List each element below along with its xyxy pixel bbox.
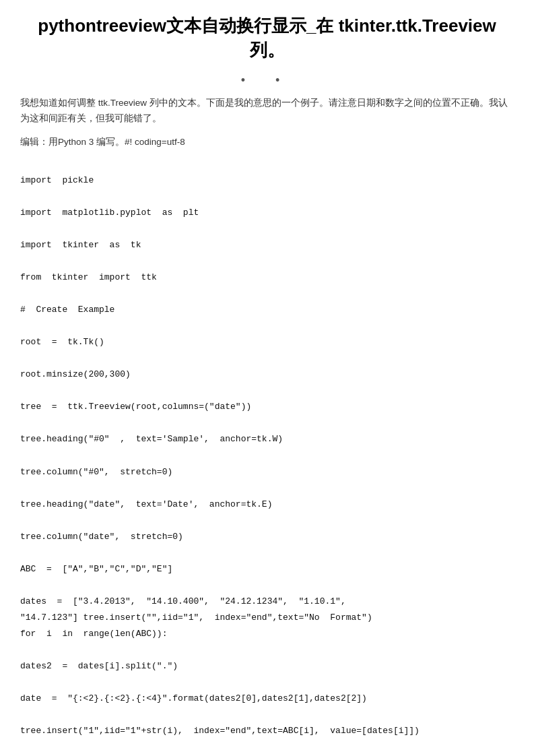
code-line: tree.insert("1",iid="1"+str(i), index="e… [20, 723, 514, 739]
code-line [20, 545, 514, 561]
code-line [20, 480, 514, 497]
code-line: root = tk.Tk() [20, 334, 514, 350]
code-line: for i in range(len(ABC)): [20, 626, 514, 642]
code-line: from tkinter import ttk [20, 270, 514, 286]
code-line [20, 415, 514, 431]
code-line: tree.heading("#0" , text='Sample', ancho… [20, 431, 514, 447]
code-line [20, 448, 514, 464]
code-line [20, 221, 514, 237]
editor-label: 编辑：用Python 3 编写。#! coding=utf-8 [20, 136, 514, 148]
code-line: ABC = ["A","B","C","D","E"] [20, 561, 514, 577]
code-line [20, 642, 514, 658]
code-line [20, 707, 514, 723]
code-line [20, 286, 514, 302]
code-line: import pickle [20, 172, 514, 189]
code-line [20, 739, 514, 755]
code-line: tree.column("date", stretch=0) [20, 529, 514, 545]
intro-paragraph: 我想知道如何调整 ttk.Treeview 列中的文本。下面是我的意思的一个例子… [20, 96, 514, 127]
code-line: dates = ["3.4.2013", "14.10.400", "24.12… [20, 594, 514, 610]
dots-decoration: • • [20, 73, 514, 88]
code-line: import tkinter as tk [20, 237, 514, 253]
code-line [20, 156, 514, 172]
code-line: dates2 = dates[i].split(".") [20, 658, 514, 674]
code-line [20, 577, 514, 594]
code-block: import pickleimport matplotlib.pyplot as… [20, 156, 514, 756]
code-line: date = "{:<2}.{:<2}.{:<4}".format(dates2… [20, 691, 514, 707]
code-line [20, 513, 514, 529]
code-line [20, 253, 514, 270]
page-title: pythontreeview文本自动换行显示_在 tkinter.ttk.Tre… [20, 13, 514, 63]
code-line [20, 674, 514, 691]
code-line: tree.heading("date", text='Date', anchor… [20, 497, 514, 513]
code-line [20, 189, 514, 205]
code-line [20, 350, 514, 367]
code-line [20, 318, 514, 334]
code-line: root.minsize(200,300) [20, 367, 514, 383]
code-line: tree.column("#0", stretch=0) [20, 464, 514, 480]
code-line: # Create Example [20, 302, 514, 318]
code-line [20, 383, 514, 399]
code-line: "14.7.123"] tree.insert("",iid="1", inde… [20, 610, 514, 626]
code-line: import matplotlib.pyplot as plt [20, 205, 514, 221]
code-line: tree = ttk.Treeview(root,columns=("date"… [20, 399, 514, 415]
